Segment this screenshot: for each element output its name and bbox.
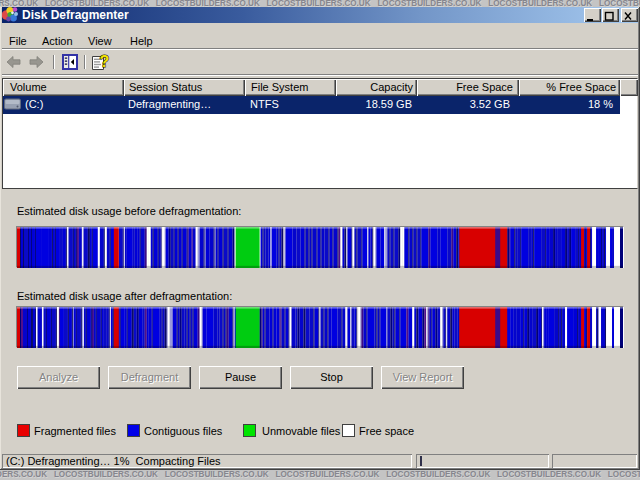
svg-text:?: ? <box>99 53 109 70</box>
